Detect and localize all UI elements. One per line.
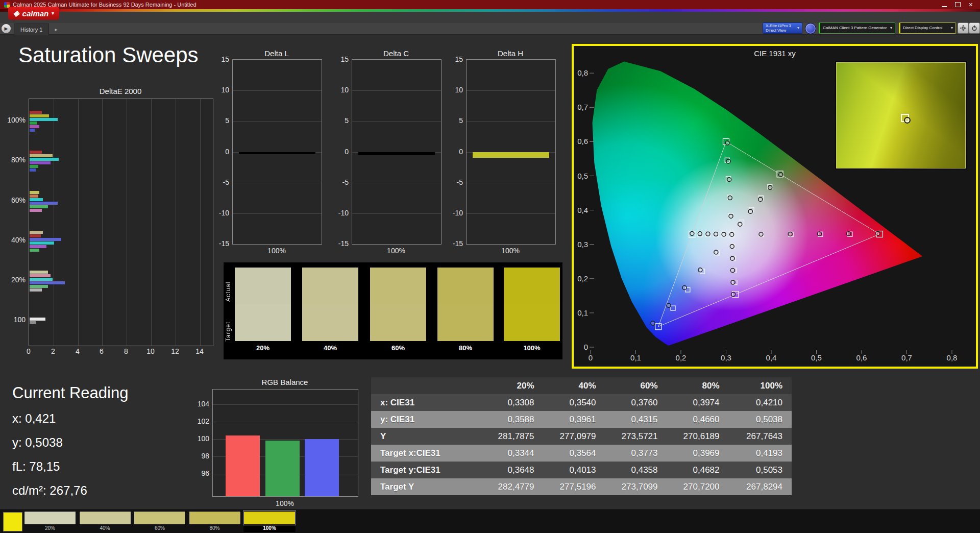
reading-fl: fL: 78,15 xyxy=(12,459,60,474)
table-cell: 0,3773 xyxy=(605,445,667,462)
spectrum-strip xyxy=(0,9,980,12)
measured-point xyxy=(768,185,772,189)
rgb-bar-green xyxy=(265,441,300,496)
table-cell: 0,3961 xyxy=(544,411,605,428)
measured-point xyxy=(714,232,718,236)
axis-tick-label: 10 xyxy=(143,347,158,355)
swatch-label: 80% xyxy=(189,525,241,532)
reading-x: x: 0,421 xyxy=(12,411,56,426)
saturation-swatch-80% xyxy=(437,268,494,341)
saturation-level-button-80%[interactable]: 80% xyxy=(189,511,241,531)
axis-tick-label: 102 xyxy=(188,417,209,425)
table-cell: 0,5053 xyxy=(729,462,792,478)
saturation-level-button-100%[interactable]: 100% xyxy=(243,511,296,531)
calman-menu-button[interactable]: ◈ calman ▾ xyxy=(8,7,59,20)
measured-point xyxy=(748,209,752,213)
gridline xyxy=(200,99,201,346)
svg-text:0,4: 0,4 xyxy=(577,206,588,214)
delta-bar xyxy=(239,152,315,154)
column-header: 40% xyxy=(544,377,605,395)
delta-e-bar xyxy=(30,158,59,161)
saturation-level-button-20%[interactable]: 20% xyxy=(24,511,76,531)
row-label-target: Target xyxy=(225,313,233,349)
table-cell: 0,4013 xyxy=(544,462,605,478)
close-button[interactable]: × xyxy=(969,2,973,8)
svg-text:0,7: 0,7 xyxy=(577,103,588,111)
chart-title: Delta H xyxy=(466,49,555,58)
power-icon xyxy=(971,25,977,31)
minimize-button[interactable] xyxy=(942,6,947,7)
maximize-button[interactable] xyxy=(955,2,961,7)
saturation-level-button-60%[interactable]: 60% xyxy=(134,511,186,531)
gridline xyxy=(352,90,441,91)
delta-e-bar xyxy=(30,195,38,198)
axis-tick-label: -5 xyxy=(443,178,463,186)
gridline xyxy=(213,404,358,405)
svg-text:0,1: 0,1 xyxy=(630,353,641,362)
table-corner xyxy=(371,377,482,395)
row-label: Target x:CIE31 xyxy=(371,445,482,462)
measured-point xyxy=(690,231,694,235)
pattern-bar: 20%40%60%80%100% ▣ ▤ ▥ ▦ ◧ ◀ Back Next ▶ xyxy=(0,510,980,533)
gridline xyxy=(233,90,322,91)
tab-label: History 1 xyxy=(20,27,42,33)
delta-e-bar xyxy=(30,118,58,121)
table-cell: 273,7099 xyxy=(605,478,667,496)
swatch-label: 60% xyxy=(134,525,186,532)
results-table: 20%40%60%80%100%x: CIE310,33080,35400,37… xyxy=(371,377,792,496)
table-cell: 0,3540 xyxy=(544,394,605,411)
delta-e-bar xyxy=(30,288,42,292)
row-label: Y xyxy=(371,428,482,445)
saturation-swatch-20% xyxy=(235,268,291,341)
svg-text:0,8: 0,8 xyxy=(577,68,588,77)
table-cell: 282,4779 xyxy=(482,478,544,496)
svg-text:0,2: 0,2 xyxy=(676,353,687,362)
axis-tick-label: 6 xyxy=(94,347,109,355)
table-cell: 0,4193 xyxy=(729,445,792,462)
meter-status-icon[interactable] xyxy=(805,23,816,34)
table-cell: 277,5196 xyxy=(544,478,605,496)
panel-expand-button[interactable]: ▶ xyxy=(2,24,11,33)
axis-tick-label: 15 xyxy=(209,55,229,63)
table-cell: 0,3760 xyxy=(605,394,667,411)
saturation-swatch-40% xyxy=(302,268,358,341)
swatch-color xyxy=(134,511,186,525)
measured-point xyxy=(779,173,783,177)
chevron-down-icon: ▾ xyxy=(951,26,953,30)
svg-text:0,6: 0,6 xyxy=(577,137,588,146)
axis-tick-label: -15 xyxy=(328,239,349,248)
measured-point xyxy=(722,232,726,236)
axis-tick-label: 0 xyxy=(21,347,36,355)
settings-button[interactable] xyxy=(958,22,969,34)
delta-e-bar xyxy=(30,122,37,125)
delta-e-bar xyxy=(30,249,39,252)
calman-app-window: Calman 2025 Calman Ultimate for Business… xyxy=(0,0,980,533)
axis-tick-label: 15 xyxy=(443,55,463,63)
pattern-generator-label: CalMAN Client 3 Pattern Generator xyxy=(823,26,887,30)
delta-e-bar xyxy=(30,234,41,237)
pattern-generator-button[interactable]: CalMAN Client 3 Pattern Generator ▾ xyxy=(819,22,895,34)
deltae-2000-chart: DeltaE 200002468101214100%80%60%40%20%10… xyxy=(4,87,220,362)
delta_h-plot xyxy=(466,59,556,245)
axis-tick-label: 0 xyxy=(209,148,229,156)
power-button[interactable] xyxy=(969,22,980,34)
toolbar xyxy=(0,12,980,23)
axis-tick-label: 12 xyxy=(167,347,183,355)
meter-select-button[interactable]: X-Rite i1Pro 3 Direct View ▾ xyxy=(763,22,802,34)
tab-history-1[interactable]: History 1 xyxy=(14,23,49,35)
svg-text:0,3: 0,3 xyxy=(577,240,588,249)
column-header: 100% xyxy=(729,377,792,395)
table-cell: 0,5038 xyxy=(729,411,792,428)
rgb-balance-xlabel: 100% xyxy=(212,499,357,507)
tab-scroll-button[interactable]: ▸ xyxy=(53,26,60,33)
display-control-button[interactable]: Direct Display Control ▾ xyxy=(899,22,956,34)
swatch-color xyxy=(24,511,76,525)
saturation-level-buttons: 20%40%60%80%100% xyxy=(0,510,980,533)
cie-1931-chart: CIE 1931 xy 00,10,20,30,40,50,60,70,800,… xyxy=(572,44,978,369)
table-row: Target x:CIE310,33440,35640,37730,39690,… xyxy=(371,445,792,462)
axis-tick-label: -10 xyxy=(328,209,349,217)
saturation-level-button-40%[interactable]: 40% xyxy=(79,511,131,531)
delta-e-bar xyxy=(30,271,48,274)
table-row: x: CIE310,33080,35400,37600,39740,4210 xyxy=(371,394,792,411)
measured-point xyxy=(729,214,733,218)
